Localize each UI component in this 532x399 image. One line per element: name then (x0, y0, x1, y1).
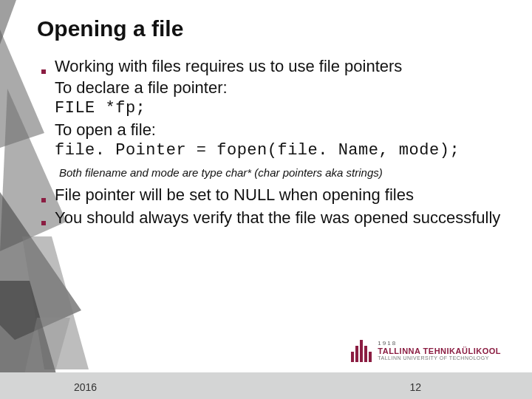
bullet-text: File pointer will be set to NULL when op… (55, 185, 414, 206)
bullet-text: Working with files requires us to use fi… (55, 56, 460, 162)
body-line: To declare a file pointer: (55, 78, 460, 99)
footer-bar: 2016 12 (0, 372, 532, 399)
bullet-text: You should always verify that the file w… (55, 208, 500, 229)
code-line: FILE *fp; (55, 98, 460, 120)
note-text: Both filename and mode are type char* (c… (59, 166, 510, 179)
logo-sub: TALLINN UNIVERSITY OF TECHNOLOGY (378, 355, 501, 361)
body-line: Working with files requires us to use fi… (55, 56, 460, 78)
logo-bars-icon (351, 340, 372, 362)
bullet-item: File pointer will be set to NULL when op… (41, 185, 510, 206)
bullet-item: You should always verify that the file w… (41, 208, 510, 229)
logo-main: TALLINNA TEHNIKAÜLIKOOL (378, 347, 501, 356)
bullet-marker (41, 208, 55, 228)
slide-body: Working with files requires us to use fi… (37, 56, 510, 228)
bullet-marker (41, 185, 55, 205)
body-line: To open a file: (55, 120, 460, 141)
university-logo: 1918 TALLINNA TEHNIKAÜLIKOOL TALLINN UNI… (351, 340, 501, 362)
footer-year: 2016 (74, 381, 97, 393)
logo-text: 1918 TALLINNA TEHNIKAÜLIKOOL TALLINN UNI… (378, 341, 501, 361)
code-line: file. Pointer = fopen(file. Name, mode); (55, 140, 460, 162)
footer-page: 12 (409, 381, 421, 393)
slide-title: Opening a file (37, 16, 510, 41)
bullet-marker (41, 56, 55, 77)
slide-content: Opening a file Working with files requir… (0, 0, 532, 228)
bullet-item: Working with files requires us to use fi… (41, 56, 510, 162)
